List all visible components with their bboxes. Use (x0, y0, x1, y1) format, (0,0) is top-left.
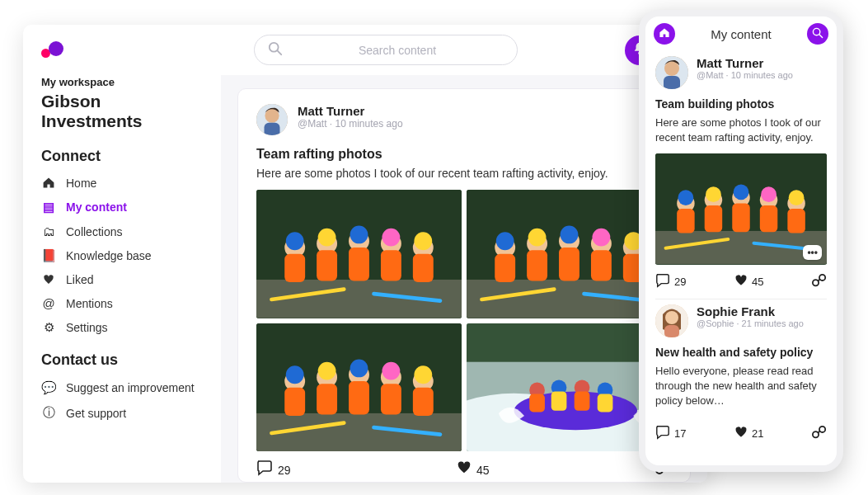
search-container[interactable] (254, 35, 518, 65)
topbar: 4 (221, 25, 707, 75)
mobile-post-title: Team building photos (655, 97, 827, 111)
sidebar-item-home[interactable]: Home (41, 172, 203, 195)
sidebar-item-label: Knowledge base (66, 249, 152, 262)
mobile-post-body: Here are some photos I took of our recen… (655, 116, 827, 145)
search-input[interactable] (291, 44, 504, 57)
mobile-post-body: Hello everyone, please read read through… (655, 364, 827, 409)
mobile-post-author[interactable]: Sophie Frank (697, 304, 804, 318)
comments-count: 29 (674, 276, 686, 288)
likes-action[interactable]: 21 (734, 426, 763, 441)
post-body: Here are some photos I took of our recen… (256, 167, 672, 180)
link-icon (812, 273, 827, 290)
comments-count: 17 (674, 427, 686, 440)
section-title-connect: Connect (41, 148, 203, 165)
comment-icon (655, 273, 670, 290)
share-action[interactable] (812, 425, 827, 442)
mobile-header: My content (645, 16, 837, 51)
sidebar-item-support[interactable]: ⓘ Get support (41, 400, 203, 426)
comment-icon (655, 425, 670, 442)
mobile-engagement-row: 17 21 (655, 417, 827, 450)
sidebar-item-settings[interactable]: ⚙ Settings (41, 315, 203, 340)
link-icon (812, 425, 827, 442)
mobile-post-author[interactable]: Matt Turner (697, 56, 793, 70)
workspace-name: Gibson Investments (41, 92, 203, 131)
section-title-contact: Contact us (41, 351, 203, 369)
sidebar-item-label: Suggest an improvement (66, 381, 195, 394)
home-icon (659, 27, 670, 41)
sidebar-item-label: Mentions (66, 297, 113, 310)
mobile-post-meta: @Matt · 10 minutes ago (697, 70, 793, 80)
post-author-name[interactable]: Matt Turner (298, 104, 645, 118)
search-icon (812, 27, 823, 41)
mobile-title: My content (711, 27, 771, 41)
mobile-frame: My content Matt Turner @Matt · 10 minute… (639, 10, 843, 472)
mobile-scroll[interactable]: Matt Turner @Matt · 10 minutes ago Team … (645, 51, 837, 465)
post-meta-block: Matt Turner @Matt · 10 minutes ago (298, 104, 645, 130)
post-title: Team rafting photos (256, 147, 672, 162)
heart-icon (734, 426, 748, 441)
app-logo (41, 41, 203, 56)
mobile-engagement-row: 29 45 (655, 265, 827, 299)
sidebar: My workspace Gibson Investments Connect … (23, 25, 221, 483)
sidebar-item-knowledge-base[interactable]: 📕 Knowledge base (41, 243, 203, 268)
mobile-post-avatar[interactable] (655, 304, 688, 337)
comment-icon (256, 460, 273, 480)
sidebar-item-mentions[interactable]: @ Mentions (41, 291, 203, 315)
mobile-post-title: New health and safety policy (655, 346, 827, 359)
comments-action[interactable]: 29 (256, 460, 291, 480)
mobile-post-header: Sophie Frank @Sophie · 21 minutes ago (655, 304, 827, 337)
sidebar-item-label: My content (66, 200, 127, 214)
sidebar-item-label: Get support (66, 407, 126, 420)
heart-icon (457, 460, 472, 479)
desktop-window: My workspace Gibson Investments Connect … (23, 25, 707, 483)
collections-icon: 🗂 (41, 224, 56, 238)
info-icon: ⓘ (41, 405, 56, 421)
workspace-label: My workspace (41, 76, 203, 88)
sidebar-item-label: Home (66, 177, 96, 190)
home-icon (41, 177, 56, 190)
gear-icon: ⚙ (41, 320, 56, 335)
sidebar-item-liked[interactable]: Liked (41, 268, 203, 291)
sidebar-item-label: Settings (66, 321, 108, 334)
mobile-home-button[interactable] (654, 23, 675, 45)
mobile-post-photo[interactable]: ••• (655, 153, 827, 264)
likes-action[interactable]: 45 (734, 274, 763, 290)
book-icon: 📕 (41, 248, 56, 263)
likes-action[interactable]: 45 (457, 460, 490, 479)
engagement-row: 29 45 (256, 451, 672, 480)
share-action[interactable] (812, 273, 827, 290)
comments-action[interactable]: 29 (655, 273, 686, 290)
post-photo[interactable] (256, 323, 462, 452)
logo-dot-large (49, 41, 63, 56)
comments-action[interactable]: 17 (655, 425, 686, 442)
post-meta: @Matt · 10 minutes ago (298, 118, 645, 130)
main-column: 4 Matt Turner @Matt · 10 minutes ago (221, 25, 707, 483)
feed-area: Matt Turner @Matt · 10 minutes ago Team … (221, 75, 707, 483)
likes-count: 45 (752, 276, 763, 288)
sidebar-item-my-content[interactable]: ▤ My content (41, 195, 203, 219)
sidebar-item-collections[interactable]: 🗂 Collections (41, 219, 203, 243)
heart-icon (41, 274, 56, 285)
photo-grid: ••• (256, 190, 672, 451)
heart-icon (734, 274, 748, 290)
sidebar-item-suggest[interactable]: 💬 Suggest an improvement (41, 375, 203, 400)
chat-icon: 💬 (41, 380, 56, 395)
mobile-post-header: Matt Turner @Matt · 10 minutes ago (655, 56, 827, 89)
post-photo[interactable] (256, 190, 462, 318)
mobile-post-avatar[interactable] (655, 56, 688, 89)
post-card: Matt Turner @Matt · 10 minutes ago Team … (237, 88, 691, 483)
sidebar-item-label: Collections (66, 225, 122, 238)
mobile-search-button[interactable] (807, 23, 828, 45)
mobile-post: Matt Turner @Matt · 10 minutes ago Team … (655, 51, 827, 299)
likes-count: 21 (752, 427, 763, 440)
comments-count: 29 (278, 464, 291, 477)
likes-count: 45 (476, 464, 490, 477)
sidebar-item-label: Liked (66, 273, 93, 286)
mobile-post-meta: @Sophie · 21 minutes ago (697, 318, 804, 328)
post-author-avatar[interactable] (256, 104, 288, 135)
more-button[interactable]: ••• (803, 245, 822, 260)
list-icon: ▤ (41, 200, 56, 214)
mobile-post: Sophie Frank @Sophie · 21 minutes ago Ne… (655, 299, 827, 451)
post-header: Matt Turner @Matt · 10 minutes ago (256, 104, 672, 135)
at-icon: @ (41, 296, 56, 310)
